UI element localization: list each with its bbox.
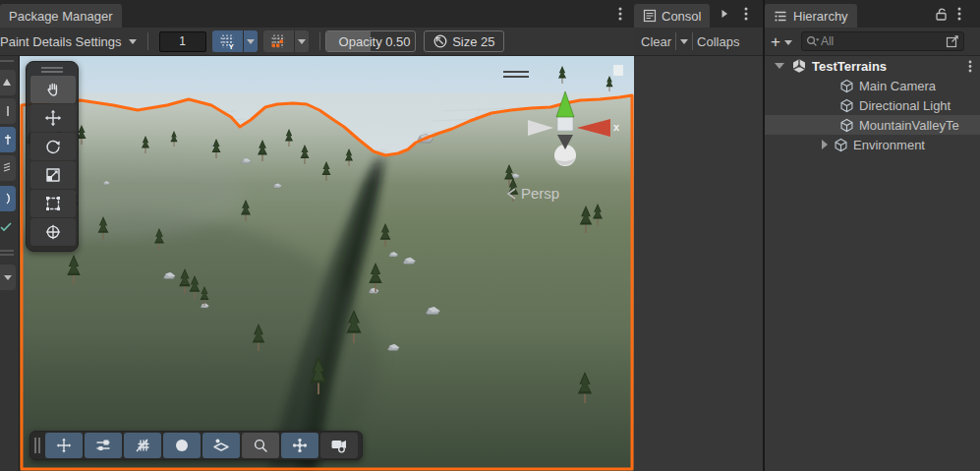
gameobject-cube-icon <box>839 79 854 93</box>
hierarchy-row-testterrains[interactable]: TestTerrains <box>765 56 980 76</box>
move-tool-button[interactable] <box>30 104 76 132</box>
hierarchy-item-label: Environment <box>853 138 925 152</box>
scene-options-kebab-icon[interactable] <box>968 60 972 73</box>
persp-chevron-icon <box>506 187 517 201</box>
hierarchy-tree: TestTerrains Main Camera Directional Lig… <box>765 56 980 154</box>
scene-menu-kebab-icon[interactable] <box>618 7 622 21</box>
console-panel: Consol Clear Collaps <box>634 0 763 471</box>
point-snap-button[interactable] <box>281 433 318 458</box>
clear-dropdown-caret[interactable] <box>680 39 688 44</box>
persp-label: Persp <box>521 185 559 202</box>
add-dropdown-caret[interactable] <box>784 40 792 45</box>
svg-text:Y: Y <box>229 42 235 50</box>
search-overlay-button[interactable] <box>242 433 279 458</box>
move-icon <box>44 109 62 127</box>
chevron-down-icon <box>247 39 255 44</box>
cropped-tool-button[interactable] <box>0 155 16 181</box>
foldout-closed-icon[interactable] <box>822 140 828 149</box>
sliders-icon <box>95 438 111 453</box>
cropped-tool-button[interactable] <box>0 98 16 124</box>
search-options-icon[interactable] <box>945 33 960 49</box>
hierarchy-item-label: MountainValleyTe <box>859 118 959 133</box>
detail-brush-active-dropdown[interactable] <box>243 30 258 52</box>
console-log-area[interactable] <box>634 57 763 471</box>
hand-tool-button[interactable] <box>30 76 76 103</box>
detail-brush-pattern-button[interactable] <box>263 30 294 52</box>
opacity-slider[interactable]: Opacity 0.50 <box>325 30 416 52</box>
toolbar-divider <box>675 32 676 50</box>
drag-handle[interactable] <box>30 65 74 75</box>
hierarchy-row-main-camera[interactable]: Main Camera <box>765 76 980 95</box>
scene-viewport[interactable]: x Persp <box>20 56 634 471</box>
collapse-button[interactable]: Collaps <box>697 34 739 49</box>
toolbar-divider <box>147 32 148 50</box>
scene-tabbar: Package Manager <box>0 0 634 28</box>
perspective-indicator[interactable]: Persp <box>506 185 559 202</box>
opacity-value-label: Opacity 0.50 <box>339 34 411 49</box>
paint-details-toolbar: Paint Details Settings Y <box>0 28 634 56</box>
drag-handle[interactable] <box>0 254 14 256</box>
tab-overflow-arrow-icon[interactable] <box>721 9 728 19</box>
tab-console[interactable]: Consol <box>634 4 710 28</box>
brush-count-input[interactable] <box>159 31 206 52</box>
tab-hierarchy[interactable]: Hierarchy <box>765 4 857 28</box>
grid-y-brush-icon: Y <box>219 33 235 49</box>
paint-details-settings-label: Paint Details Settings <box>0 34 122 49</box>
rect-tool-button[interactable] <box>30 190 76 217</box>
magnifier-icon <box>253 438 268 453</box>
add-object-button[interactable]: + <box>771 33 780 50</box>
cropped-tool-button-active[interactable] <box>0 127 16 152</box>
console-toolbar: Clear Collaps <box>634 28 763 56</box>
sliders-button[interactable] <box>85 433 122 458</box>
hierarchy-row-environment[interactable]: Environment <box>765 135 980 154</box>
rotate-icon <box>44 138 62 155</box>
cropped-tool-button[interactable] <box>0 70 16 95</box>
hand-icon <box>44 81 62 98</box>
size-icon <box>432 33 448 49</box>
hierarchy-tabbar: Hierarchy <box>765 0 980 28</box>
cropped-tool-button-active[interactable] <box>0 186 16 211</box>
lock-icon[interactable] <box>934 7 949 21</box>
cropped-side-toolbar <box>0 56 19 471</box>
tab-hierarchy-label: Hierarchy <box>793 9 848 24</box>
rotate-tool-button[interactable] <box>30 133 76 160</box>
transform-tool-button[interactable] <box>30 218 76 246</box>
console-menu-kebab-icon[interactable] <box>744 7 748 21</box>
chevron-down-icon <box>298 39 306 44</box>
hierarchy-menu-kebab-icon[interactable] <box>957 7 961 21</box>
hierarchy-item-label: Directional Light <box>859 98 951 113</box>
gizmos-toggle-button[interactable] <box>202 433 240 458</box>
drag-handle[interactable] <box>33 438 41 453</box>
grid-toggle-button[interactable] <box>124 433 161 458</box>
size-slider[interactable]: Size 25 <box>424 30 504 52</box>
move-overlay-button[interactable] <box>45 433 83 458</box>
camera-eye-icon <box>330 438 348 453</box>
hierarchy-row-mountainvalley[interactable]: MountainValleyTe <box>765 115 980 135</box>
hierarchy-row-directional-light[interactable]: Directional Light <box>765 95 980 115</box>
drag-handle[interactable] <box>0 250 14 252</box>
hierarchy-item-label: TestTerrains <box>812 59 887 74</box>
rect-icon <box>44 195 62 212</box>
circle-brush-icon <box>174 438 190 453</box>
toolbar-divider <box>319 32 320 50</box>
hierarchy-search-field[interactable] <box>801 31 964 51</box>
cropped-dropdown-button[interactable] <box>0 265 16 290</box>
search-input[interactable] <box>821 34 945 48</box>
console-tabbar: Consol <box>634 0 763 28</box>
paint-details-settings-dropdown[interactable]: Paint Details Settings <box>0 30 143 52</box>
scene-view-options-overlay <box>29 431 363 460</box>
foldout-open-icon[interactable] <box>775 63 784 69</box>
brush-circle-button[interactable] <box>163 433 201 458</box>
hierarchy-toolbar: + <box>765 28 980 56</box>
tab-package-manager-label: Package Manager <box>9 9 113 24</box>
camera-view-button[interactable] <box>320 433 358 458</box>
toolbar-divider <box>692 32 693 50</box>
drag-handle[interactable] <box>0 60 14 62</box>
scene-tools-overlay <box>26 61 79 252</box>
tab-package-manager[interactable]: Package Manager <box>0 4 122 28</box>
detail-brush-active-button[interactable]: Y <box>212 30 243 52</box>
gameobject-cube-icon <box>839 98 854 113</box>
scale-tool-button[interactable] <box>30 161 76 189</box>
clear-button[interactable]: Clear <box>641 34 671 49</box>
detail-brush-pattern-dropdown[interactable] <box>294 30 309 52</box>
